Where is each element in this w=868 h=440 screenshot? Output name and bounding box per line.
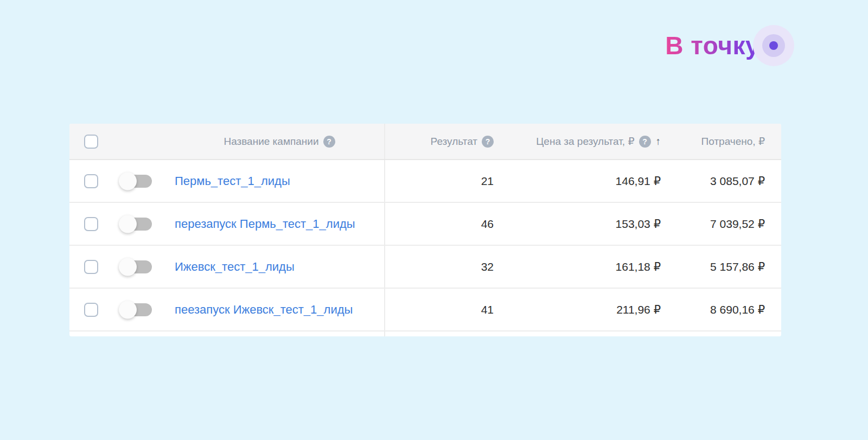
spent-cell: 3 085,07 ₽	[661, 160, 781, 202]
result-cell: 32	[385, 246, 494, 288]
price-cell: 211,96 ₽	[494, 289, 661, 330]
column-header-spent[interactable]: Потрачено, ₽	[661, 124, 781, 159]
sort-asc-icon[interactable]: ↑	[656, 136, 661, 148]
target-icon-dot	[769, 41, 778, 50]
campaign-name-cell: Пермь_тест_1_лиды	[175, 160, 385, 202]
campaign-name-link[interactable]: пеезапуск Ижевск_тест_1_лиды	[175, 303, 353, 317]
price-cell: 153,03 ₽	[494, 203, 661, 245]
row-checkbox-cell	[69, 160, 106, 202]
table-row: Ижевск_тест_1_лиды 32 161,18 ₽ 5 157,86 …	[69, 246, 781, 289]
result-cell: 21	[385, 160, 494, 202]
spent-cell: 5 157,86 ₽	[661, 246, 781, 288]
row-toggle-cell	[106, 203, 175, 245]
price-header-label: Цена за результат, ₽	[536, 135, 634, 148]
brand-logo: В точку	[665, 25, 794, 66]
spent-value: 7 039,52 ₽	[710, 218, 765, 231]
result-value: 21	[481, 175, 494, 188]
result-value: 46	[481, 218, 494, 231]
toggle-knob	[119, 258, 137, 276]
campaign-name-cell: Ижевск_тест_1_лиды	[175, 246, 385, 288]
result-value: 32	[481, 260, 494, 273]
campaign-name-cell: перезапуск Пермь_тест_1_лиды	[175, 203, 385, 245]
table-row: перезапуск Пермь_тест_1_лиды 46 153,03 ₽…	[69, 203, 781, 246]
toggle-knob	[119, 301, 137, 318]
price-value: 211,96 ₽	[616, 303, 661, 316]
campaign-name-link[interactable]: Ижевск_тест_1_лиды	[175, 260, 295, 274]
campaign-name-link[interactable]: перезапуск Пермь_тест_1_лиды	[175, 217, 355, 231]
row-checkbox[interactable]	[84, 174, 98, 188]
column-header-campaign-name[interactable]: Название кампании ?	[175, 124, 385, 159]
spent-value: 8 690,16 ₽	[710, 303, 765, 316]
result-value: 41	[481, 303, 494, 316]
campaign-toggle-off[interactable]	[120, 175, 152, 188]
header-checkbox-cell	[69, 124, 106, 159]
result-cell: 46	[385, 203, 494, 245]
table-body: Пермь_тест_1_лиды 21 146,91 ₽ 3 085,07 ₽	[69, 160, 781, 331]
target-icon-ring	[762, 34, 785, 57]
spent-cell: 8 690,16 ₽	[661, 289, 781, 330]
result-header-label: Результат	[431, 136, 477, 148]
help-icon[interactable]: ?	[639, 136, 651, 148]
toggle-knob	[119, 215, 137, 233]
row-checkbox-cell	[69, 289, 106, 330]
campaign-name-cell: пеезапуск Ижевск_тест_1_лиды	[175, 289, 385, 330]
price-value: 161,18 ₽	[616, 260, 661, 273]
price-cell: 146,91 ₽	[494, 160, 661, 202]
toggle-knob	[119, 172, 137, 190]
campaigns-table: Название кампании ? Результат ? Цена за …	[69, 124, 781, 336]
row-checkbox-cell	[69, 203, 106, 245]
campaign-name-header-label: Название кампании	[224, 136, 318, 148]
campaign-toggle-off[interactable]	[120, 303, 152, 316]
spent-value: 5 157,86 ₽	[710, 260, 765, 273]
select-all-checkbox[interactable]	[84, 135, 98, 149]
table-row: пеезапуск Ижевск_тест_1_лиды 41 211,96 ₽…	[69, 289, 781, 331]
help-icon[interactable]: ?	[482, 136, 494, 148]
price-cell: 161,18 ₽	[494, 246, 661, 288]
spent-cell: 7 039,52 ₽	[661, 203, 781, 245]
column-header-result[interactable]: Результат ?	[385, 124, 494, 159]
table-partial-row	[69, 331, 781, 336]
price-value: 146,91 ₽	[616, 175, 661, 188]
row-checkbox[interactable]	[84, 217, 98, 231]
column-header-price[interactable]: Цена за результат, ₽ ? ↑	[494, 124, 661, 159]
result-cell: 41	[385, 289, 494, 330]
campaign-toggle-off[interactable]	[120, 218, 152, 231]
target-icon	[753, 25, 794, 66]
help-icon[interactable]: ?	[323, 136, 335, 148]
table-row: Пермь_тест_1_лиды 21 146,91 ₽ 3 085,07 ₽	[69, 160, 781, 203]
row-toggle-cell	[106, 289, 175, 330]
row-checkbox-cell	[69, 246, 106, 288]
row-toggle-cell	[106, 246, 175, 288]
brand-name: В точку	[665, 31, 760, 60]
row-checkbox[interactable]	[84, 303, 98, 317]
campaign-name-link[interactable]: Пермь_тест_1_лиды	[175, 174, 290, 188]
row-toggle-cell	[106, 160, 175, 202]
header-toggle-cell	[106, 124, 175, 159]
campaign-toggle-off[interactable]	[120, 260, 152, 273]
table-header-row: Название кампании ? Результат ? Цена за …	[69, 124, 781, 160]
row-checkbox[interactable]	[84, 260, 98, 274]
spent-value: 3 085,07 ₽	[710, 175, 765, 188]
price-value: 153,03 ₽	[616, 218, 661, 231]
spent-header-label: Потрачено, ₽	[701, 135, 765, 148]
